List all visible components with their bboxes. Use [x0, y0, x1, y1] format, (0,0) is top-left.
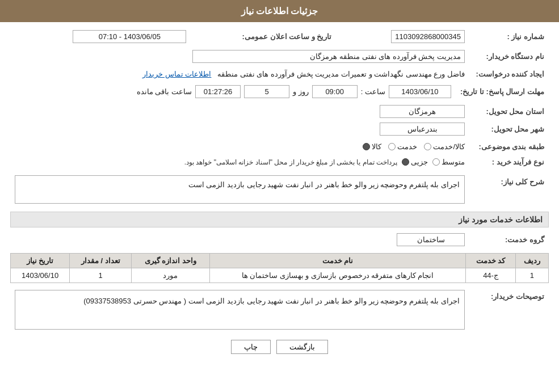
sharh-text: اجرای بله پلتفرم وحوضچه زیر والو خط باهن…: [188, 180, 460, 189]
print-button[interactable]: چاپ: [231, 340, 271, 354]
mohlat-baqi-label: ساعت باقی مانده: [137, 87, 192, 96]
shomareNiaz-label: شماره نیاز :: [469, 28, 549, 45]
mohlat-date: 1403/06/10: [389, 85, 451, 98]
toseeh-value: اجرای بله پلتفرم وحوضچه زیر والو خط باهن…: [10, 288, 469, 332]
radio-kala-khedmat[interactable]: کالا/خدمت: [424, 142, 465, 151]
grooh-label: گروه خدمت:: [469, 231, 549, 248]
cell-vahed: مورد: [132, 268, 209, 283]
etelaat-link[interactable]: اطلاعات تماس خریدار: [142, 70, 211, 78]
tarikh-label: تاریخ و ساعت اعلان عمومی:: [191, 28, 336, 45]
tabaghebandi-label: طبقه بندی موضوعی:: [469, 140, 549, 153]
noeFarayand-label: نوع فرآیند خرید :: [469, 155, 549, 168]
buttons-row: بازگشت چاپ: [10, 340, 549, 354]
namDasgah-value: مدیریت پخش فرآورده های نفتی منطقه هرمزگا…: [10, 48, 469, 65]
col-vahed: واحد اندازه گیری: [132, 254, 209, 268]
cell-kod: ج-44: [466, 268, 515, 283]
col-tedad: تعداد / مقدار: [70, 254, 132, 268]
radio-motavasset-circle: [432, 158, 440, 166]
khadamat-section-title: اطلاعات خدمات مورد نیاز: [10, 212, 549, 227]
page-wrapper: جزئیات اطلاعات نیاز شماره نیاز : 1103092…: [0, 0, 559, 392]
radio-jazee-label: جزیی: [411, 158, 428, 166]
tarikh-input: 1403/06/05 - 07:10: [73, 30, 186, 43]
col-kod: کد خدمت: [466, 254, 515, 268]
basic-info-table: شماره نیاز : 1103092868000345 تاریخ و سا…: [10, 28, 549, 45]
mohlat-roz-label: روز و: [293, 87, 309, 96]
sharh-label: شرح کلی نیاز:: [469, 173, 549, 206]
grooh-input: ساختمان: [397, 233, 465, 246]
shomareNiaz-input: 1103092868000345: [391, 30, 465, 43]
table-row: 1ج-44انجام کارهای متفرقه درخصوص بازسازی …: [11, 268, 549, 283]
ijadKonande-label: ایجاد کننده درخواست:: [469, 68, 549, 81]
shahr-label: شهر محل تحویل:: [469, 120, 549, 138]
noeFarayand-desc: پرداخت تمام یا بخشی از مبلغ خریدار از مح…: [184, 158, 397, 166]
tabaghebandi-table: طبقه بندی موضوعی: کالا/خدمت خدمت کالا: [10, 140, 549, 153]
ostan-shahr-table: استان محل تحویل: هرمزگان شهر محل تحویل: …: [10, 103, 549, 138]
grooh-table: گروه خدمت: ساختمان: [10, 231, 549, 248]
dasgah-table: نام دستگاه خریدار: مدیریت پخش فرآورده ها…: [10, 48, 549, 65]
radio-kala-label: کالا: [372, 142, 381, 151]
radio-kala-khedmat-label: کالا/خدمت: [433, 142, 465, 151]
ostan-input: هرمزگان: [380, 105, 465, 118]
radio-kala-circle: [363, 143, 370, 150]
ijadKonande-value: فاضل ورع مهندسی نگهداشت و تعمیرات مدیریت…: [10, 68, 469, 81]
tarikh-value: 1403/06/05 - 07:10: [10, 28, 191, 45]
services-table: ردیف کد خدمت نام خدمت واحد اندازه گیری ت…: [10, 253, 549, 283]
toseeh-box: اجرای بله پلتفرم وحوضچه زیر والو خط باهن…: [15, 290, 465, 330]
col-nam: نام خدمت: [209, 254, 466, 268]
ostan-value: هرمزگان: [10, 103, 469, 120]
noefarayand-table: نوع فرآیند خرید : متوسط جزیی پرداخت تمام…: [10, 155, 549, 168]
mohlat-roz: 5: [244, 85, 289, 98]
grooh-value: ساختمان: [10, 231, 469, 248]
ijadKonande-text: فاضل ورع مهندسی نگهداشت و تعمیرات مدیریت…: [217, 70, 465, 78]
shomareNiaz-value: 1103092868000345: [347, 28, 469, 45]
shahr-input: بندرعباس: [380, 123, 465, 136]
mohlat-baqi: 01:27:26: [195, 85, 241, 98]
sharh-table: شرح کلی نیاز: اجرای بله پلتفرم وحوضچه زی…: [10, 173, 549, 206]
col-tarikh: تاریخ نیاز: [11, 254, 70, 268]
cell-tarikh: 1403/06/10: [11, 268, 70, 283]
mohlat-label: مهلت ارسال پاسخ: تا تاریخ:: [456, 83, 549, 100]
radio-jazee[interactable]: جزیی: [402, 158, 428, 166]
tabaghebandi-radios: کالا/خدمت خدمت کالا: [10, 140, 469, 153]
main-content: شماره نیاز : 1103092868000345 تاریخ و سا…: [0, 22, 559, 365]
mohlat-table: مهلت ارسال پاسخ: تا تاریخ: 1403/06/10 سا…: [10, 83, 549, 100]
ijad-table: ایجاد کننده درخواست: فاضل ورع مهندسی نگه…: [10, 68, 549, 81]
ostan-label: استان محل تحویل:: [469, 103, 549, 120]
mohlat-values: 1403/06/10 ساعت : 09:00 روز و 5 01:27:26…: [10, 83, 456, 100]
col-radif: ردیف: [515, 254, 548, 268]
cell-radif: 1: [515, 268, 548, 283]
radio-khedmat-label: خدمت: [397, 142, 417, 151]
radio-motavasset-label: متوسط: [442, 158, 465, 166]
radio-khedmat[interactable]: خدمت: [388, 142, 417, 151]
page-header: جزئیات اطلاعات نیاز: [0, 0, 559, 22]
namDasgah-input: مدیریت پخش فرآورده های نفتی منطقه هرمزگا…: [192, 50, 465, 63]
sharh-value: اجرای بله پلتفرم وحوضچه زیر والو خط باهن…: [10, 173, 469, 206]
namDasgah-label: نام دستگاه خریدار:: [469, 48, 549, 65]
cell-nam: انجام کارهای متفرقه درخصوص بازسازی و بهس…: [209, 268, 466, 283]
radio-kala-khedmat-circle: [424, 143, 431, 150]
radio-motavasset[interactable]: متوسط: [432, 158, 465, 166]
radio-khedmat-circle: [388, 143, 396, 150]
radio-jazee-circle: [402, 158, 409, 166]
radio-kala[interactable]: کالا: [363, 142, 381, 151]
toseeh-label: توصیحات خریدار:: [469, 288, 549, 332]
shahr-value: بندرعباس: [10, 120, 469, 138]
mohlat-saat-label: ساعت :: [361, 87, 385, 96]
sharh-box: اجرای بله پلتفرم وحوضچه زیر والو خط باهن…: [15, 175, 465, 204]
toseeh-table: توصیحات خریدار: اجرای بله پلتفرم وحوضچه …: [10, 288, 549, 332]
noeFarayand-value: متوسط جزیی پرداخت تمام یا بخشی از مبلغ خ…: [10, 155, 469, 168]
back-button[interactable]: بازگشت: [276, 340, 328, 354]
toseeh-text: اجرای بله پلتفرم وحوضچه زیر والو خط باهن…: [83, 297, 460, 305]
mohlat-saat: 09:00: [312, 85, 358, 98]
cell-tedad: 1: [70, 268, 132, 283]
page-title: جزئیات اطلاعات نیاز: [241, 6, 318, 16]
